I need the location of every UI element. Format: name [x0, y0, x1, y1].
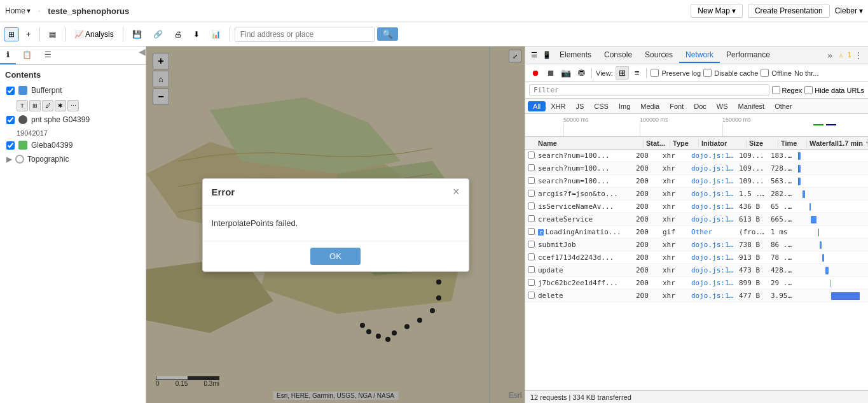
more-tabs-btn[interactable]: » — [823, 50, 836, 60]
row-checkbox[interactable] — [528, 228, 535, 235]
view-list-btn[interactable]: ≡ — [631, 66, 643, 80]
preserve-log-checkbox[interactable] — [651, 69, 659, 77]
row-initiator[interactable]: dojo.js:1... — [689, 253, 736, 262]
type-tab-doc[interactable]: Doc — [689, 101, 712, 111]
filter-btn[interactable]: ⛃ — [575, 67, 588, 80]
widget-toggle-btn[interactable]: ⊞ — [4, 27, 19, 41]
table-row[interactable]: isServiceNameAv... 200 xhr dojo.js:1... … — [525, 201, 868, 213]
type-tab-xhr[interactable]: XHR — [546, 101, 570, 111]
row-checkbox[interactable] — [528, 152, 535, 159]
dialog-close-btn[interactable]: × — [453, 185, 460, 199]
row-initiator[interactable]: dojo.js:1... — [689, 152, 736, 160]
row-initiator[interactable]: dojo.js:1... — [689, 164, 736, 173]
devtools-inspect-btn[interactable]: ☰ — [528, 49, 541, 62]
search-input[interactable] — [235, 27, 375, 42]
row-checkbox[interactable] — [528, 190, 535, 197]
preserve-log-label[interactable]: Preserve log — [661, 69, 701, 77]
type-tab-js[interactable]: JS — [570, 101, 589, 111]
home-btn[interactable]: Home ▾ — [5, 6, 31, 15]
offline-checkbox[interactable] — [761, 69, 769, 77]
offline-label[interactable]: Offline — [771, 69, 792, 77]
row-initiator[interactable]: dojo.js:1... — [689, 292, 736, 300]
tab-legend[interactable]: 📋 — [16, 46, 38, 64]
row-checkbox[interactable] — [528, 164, 535, 171]
type-tab-img[interactable]: Img — [614, 101, 635, 111]
tool-btn[interactable]: 🖊 — [42, 100, 53, 111]
type-tab-ws[interactable]: WS — [712, 101, 733, 111]
table-row[interactable]: search?num=100... 200 xhr dojo.js:1... 1… — [525, 175, 868, 188]
hide-data-urls-checkbox[interactable] — [804, 86, 813, 94]
tab-performance[interactable]: Performance — [720, 48, 776, 63]
layer-bufferpnt-checkbox[interactable] — [6, 87, 15, 95]
layer-pntsphe-checkbox[interactable] — [6, 116, 15, 124]
row-initiator[interactable]: dojo.js:1... — [689, 215, 736, 223]
user-menu[interactable]: Cleber ▾ — [835, 6, 863, 15]
disable-cache-label[interactable]: Disable cache — [714, 69, 758, 77]
th-time[interactable]: Time — [778, 139, 807, 147]
regex-checkbox[interactable] — [772, 86, 780, 94]
table-row[interactable]: arcgis?f=json&to... 200 xhr dojo.js:1...… — [525, 188, 868, 201]
camera-btn[interactable]: 📷 — [560, 67, 572, 80]
hide-data-urls-label[interactable]: Hide data URLs — [815, 87, 864, 94]
tab-console[interactable]: Console — [598, 48, 638, 63]
row-checkbox[interactable] — [528, 202, 535, 209]
map-area[interactable]: + ⌂ − 0 0.15 0.3mi Esri, HERE, Garmin, U… — [146, 46, 525, 403]
print-btn[interactable]: 🖨 — [170, 27, 186, 41]
type-tab-manifest[interactable]: Manifest — [733, 101, 770, 111]
view-grid-btn[interactable]: ⊞ — [616, 66, 629, 80]
tool-btn[interactable]: T — [17, 100, 28, 111]
table-row[interactable]: createService 200 xhr dojo.js:1... 613 B… — [525, 213, 868, 226]
table-row[interactable]: j7bc62bc2ee1d4ff... 200 xhr dojo.js:1...… — [525, 277, 868, 290]
tool-btn[interactable]: ⊞ — [29, 100, 41, 111]
chart-btn[interactable]: 📊 — [207, 27, 225, 41]
row-checkbox[interactable] — [528, 177, 535, 184]
filter-input[interactable] — [529, 84, 769, 96]
type-tab-media[interactable]: Media — [635, 101, 665, 111]
type-tab-font[interactable]: Font — [665, 101, 689, 111]
row-initiator[interactable]: dojo.js:1... — [689, 177, 736, 185]
regex-label[interactable]: Regex — [782, 87, 803, 94]
row-checkbox[interactable] — [528, 241, 535, 248]
table-btn[interactable]: ▤ — [45, 27, 60, 41]
table-row[interactable]: update 200 xhr dojo.js:1... 473 B 428... — [525, 264, 868, 277]
save-btn[interactable]: 💾 — [128, 27, 146, 41]
tab-sources[interactable]: Sources — [638, 48, 679, 63]
th-initiator[interactable]: Initiator — [699, 139, 747, 147]
layer-gleba-checkbox[interactable] — [6, 141, 15, 150]
row-initiator[interactable]: dojo.js:1... — [689, 266, 736, 274]
disable-cache-checkbox[interactable] — [703, 69, 712, 77]
table-row[interactable]: cLoadingAnimatio... 200 gif Other (fro..… — [525, 226, 868, 239]
tool-btn[interactable]: ⋯ — [67, 100, 79, 111]
table-row[interactable]: delete 200 xhr dojo.js:1... 477 B 3.95..… — [525, 290, 868, 302]
row-initiator[interactable]: dojo.js:1... — [689, 241, 736, 249]
create-presentation-btn[interactable]: Create Presentation — [748, 4, 830, 18]
tab-list[interactable]: ☰ — [38, 46, 58, 64]
th-status[interactable]: Stat... — [644, 139, 670, 147]
row-initiator[interactable]: dojo.js:1... — [689, 279, 736, 287]
panel-collapse-btn[interactable]: ◀ — [139, 46, 146, 64]
table-row[interactable]: ccef17134d2243d... 200 xhr dojo.js:1... … — [525, 251, 868, 264]
row-initiator[interactable]: Other — [689, 228, 736, 236]
analysis-btn[interactable]: 📈 Analysis — [70, 27, 118, 41]
dialog-ok-btn[interactable]: OK — [310, 248, 361, 265]
table-row[interactable]: search?num=100... 200 xhr dojo.js:1... 1… — [525, 162, 868, 175]
th-size[interactable]: Size — [747, 139, 778, 147]
record-btn[interactable]: ⏺ — [529, 67, 542, 80]
expand-icon[interactable]: ▶ — [6, 155, 12, 164]
add-btn[interactable]: + — [22, 27, 35, 41]
tab-network[interactable]: Network — [679, 48, 720, 63]
tool-btn[interactable]: ✱ — [55, 100, 66, 111]
devtools-menu-btn[interactable]: ⋮ — [851, 50, 865, 60]
row-checkbox[interactable] — [528, 279, 535, 286]
stop-btn[interactable]: ⏹ — [544, 67, 557, 80]
row-checkbox[interactable] — [528, 292, 535, 299]
th-waterfall[interactable]: Waterfall 1.7 min ▼ — [807, 139, 868, 147]
share-link-btn[interactable]: 🔗 — [149, 27, 167, 41]
row-initiator[interactable]: dojo.js:1... — [689, 202, 736, 211]
row-checkbox[interactable] — [528, 215, 535, 222]
row-checkbox[interactable] — [528, 266, 535, 273]
table-row[interactable]: search?num=100... 200 xhr dojo.js:1... 1… — [525, 150, 868, 162]
export-btn[interactable]: ⬇ — [189, 27, 204, 41]
table-row[interactable]: submitJob 200 xhr dojo.js:1... 738 B 86 … — [525, 239, 868, 251]
devtools-device-btn[interactable]: 📱 — [541, 49, 553, 62]
